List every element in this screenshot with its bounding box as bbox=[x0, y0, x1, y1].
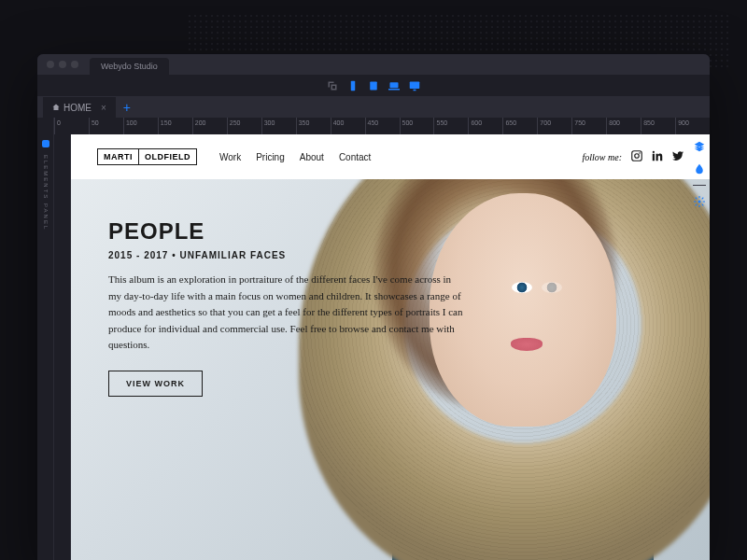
desktop-device-icon[interactable] bbox=[409, 80, 420, 91]
svg-rect-3 bbox=[388, 89, 400, 91]
hero-title: PEOPLE bbox=[108, 218, 463, 245]
page-tab-home[interactable]: HOME × bbox=[43, 97, 116, 118]
linkedin-icon[interactable] bbox=[652, 150, 663, 163]
ruler-horizontal[interactable]: 0501001502002503003504004505005506006507… bbox=[54, 118, 710, 134]
ruler-tick: 450 bbox=[365, 118, 400, 134]
layers-tool-icon[interactable] bbox=[693, 140, 706, 153]
svg-rect-9 bbox=[653, 154, 655, 161]
minimize-window-icon[interactable] bbox=[59, 61, 66, 68]
ruler-tick: 350 bbox=[296, 118, 331, 134]
tablet-device-icon[interactable] bbox=[368, 80, 379, 91]
ruler-tick: 150 bbox=[158, 118, 192, 134]
ruler-tick: 850 bbox=[641, 118, 675, 134]
svg-rect-2 bbox=[390, 82, 399, 88]
logo-first: MARTI bbox=[98, 149, 139, 164]
site-logo[interactable]: MARTI OLDFIELD bbox=[97, 148, 197, 165]
ruler-tick: 500 bbox=[400, 118, 434, 134]
nav-about[interactable]: About bbox=[300, 152, 324, 162]
nav-work[interactable]: Work bbox=[219, 152, 241, 162]
site-header: MARTI OLDFIELD Work Pricing About Contac… bbox=[71, 134, 710, 179]
elements-panel[interactable]: ELEMENTS PANEL bbox=[37, 134, 54, 560]
ruler-tick: 200 bbox=[192, 118, 227, 134]
maximize-window-icon[interactable] bbox=[71, 61, 78, 68]
window-titlebar: Webydo Studio bbox=[37, 54, 710, 75]
inspect-icon[interactable] bbox=[327, 80, 338, 91]
browser-tab-label: Webydo Studio bbox=[101, 62, 158, 71]
svg-point-10 bbox=[653, 151, 655, 153]
right-tool-panel bbox=[689, 134, 710, 560]
ruler-tick: 50 bbox=[89, 118, 123, 134]
instagram-icon[interactable] bbox=[631, 150, 642, 163]
panel-indicator-icon bbox=[42, 140, 49, 147]
hero-subtitle: 2015 - 2017 • UNFAMILIAR FACES bbox=[108, 250, 463, 260]
svg-rect-0 bbox=[351, 80, 356, 91]
droplet-tool-icon[interactable] bbox=[693, 162, 706, 175]
ruler-tick: 600 bbox=[468, 118, 502, 134]
add-tab-button[interactable]: + bbox=[116, 100, 138, 115]
mobile-device-icon[interactable] bbox=[347, 80, 359, 91]
follow-section: follow me: bbox=[583, 150, 684, 163]
close-tab-icon[interactable]: × bbox=[101, 103, 106, 113]
ruler-tick: 550 bbox=[433, 118, 468, 134]
svg-point-11 bbox=[698, 201, 701, 203]
device-preview-bar bbox=[37, 75, 710, 97]
close-window-icon[interactable] bbox=[47, 61, 54, 68]
svg-rect-5 bbox=[414, 89, 416, 91]
ruler-tick: 700 bbox=[537, 118, 571, 134]
ruler-tick: 100 bbox=[123, 118, 158, 134]
window-controls[interactable] bbox=[47, 61, 78, 68]
ruler-tick: 250 bbox=[227, 118, 261, 134]
design-canvas[interactable]: MARTI OLDFIELD Work Pricing About Contac… bbox=[71, 134, 710, 560]
workspace: ELEMENTS PANEL MARTI OLDFIELD bbox=[37, 134, 710, 560]
nav-contact[interactable]: Contact bbox=[339, 152, 371, 162]
logo-last: OLDFIELD bbox=[139, 149, 196, 164]
svg-point-7 bbox=[635, 154, 640, 159]
browser-window: Webydo Studio HOME × + 05010015020025030… bbox=[37, 54, 710, 560]
ruler-horizontal-area: 0501001502002503003504004505005506006507… bbox=[37, 118, 710, 134]
page-tab-bar: HOME × + bbox=[37, 97, 710, 118]
ruler-tick: 750 bbox=[571, 118, 606, 134]
ruler-tick: 300 bbox=[261, 118, 296, 134]
ruler-tick: 0 bbox=[54, 118, 89, 134]
svg-rect-6 bbox=[632, 151, 642, 161]
hero-content: PEOPLE 2015 - 2017 • UNFAMILIAR FACES Th… bbox=[108, 218, 463, 397]
svg-rect-4 bbox=[410, 81, 420, 89]
ruler-vertical[interactable] bbox=[54, 134, 71, 560]
svg-rect-1 bbox=[370, 81, 377, 90]
elements-panel-label: ELEMENTS PANEL bbox=[43, 155, 49, 231]
ruler-tick: 650 bbox=[502, 118, 537, 134]
follow-label: follow me: bbox=[583, 152, 623, 162]
page-tab-label: HOME bbox=[63, 103, 92, 113]
ruler-tick: 400 bbox=[331, 118, 365, 134]
tool-divider bbox=[693, 185, 706, 186]
ruler-tick: 800 bbox=[606, 118, 641, 134]
browser-tab[interactable]: Webydo Studio bbox=[90, 58, 169, 75]
home-icon bbox=[52, 104, 60, 111]
twitter-icon[interactable] bbox=[672, 150, 684, 163]
ruler-tick: 900 bbox=[675, 118, 710, 134]
svg-point-8 bbox=[639, 152, 641, 154]
laptop-device-icon[interactable] bbox=[388, 80, 400, 91]
ruler-corner bbox=[37, 118, 54, 134]
nav-pricing[interactable]: Pricing bbox=[256, 152, 285, 162]
hero-body: This album is an exploration in portrait… bbox=[108, 272, 463, 354]
settings-tool-icon[interactable] bbox=[693, 195, 706, 208]
view-work-button[interactable]: VIEW WORK bbox=[108, 371, 203, 397]
main-nav: Work Pricing About Contact bbox=[219, 152, 371, 162]
